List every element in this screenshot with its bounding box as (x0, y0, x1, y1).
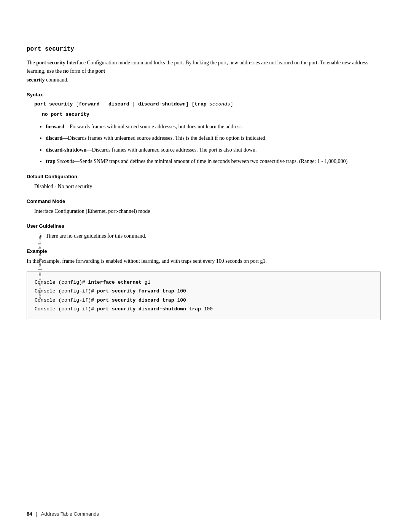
desc-suffix: command. (45, 77, 68, 83)
side-watermark: www.dell.com | support.dell.com (38, 233, 42, 299)
param-trap: trap Seconds—Sends SNMP traps and define… (46, 157, 381, 166)
param-discard-text: —Discards frames with unlearned source a… (62, 135, 266, 141)
param-discard: discard—Discards frames with unlearned s… (46, 134, 381, 142)
code-line-1-suffix: g1 (142, 280, 150, 285)
content-area: port security The port security Interfac… (27, 0, 381, 362)
code-line-2: Console (config-if)# port security forwa… (35, 287, 373, 296)
example-heading: Example (27, 248, 381, 254)
command-mode-text: Interface Configuration (Ethernet, port-… (34, 207, 381, 216)
user-guidelines-item: There are no user guidelines for this co… (46, 232, 381, 240)
syntax-pipe1: | (100, 101, 108, 107)
example-description: In this example, frame forwarding is ena… (27, 257, 381, 265)
command-title: port security (27, 46, 381, 53)
desc-bold3: port (95, 68, 105, 74)
footer-separator: | (36, 511, 37, 517)
syntax-pipe2: | (129, 101, 138, 107)
no-security-line: no port security (42, 112, 381, 117)
param-discard-bold: discard (46, 135, 62, 141)
param-discard-shutdown: discard-shutdown—Discards frames with un… (46, 146, 381, 154)
code-block: Console (config)# interface ethernet g1 … (27, 272, 381, 320)
default-config-text: Disabled - No port security (34, 182, 381, 191)
syntax-bracket3: ] (230, 101, 233, 107)
param-discard-shutdown-bold: discard-shutdown (46, 147, 86, 153)
parameter-list: forward—Forwards frames with unlearned s… (46, 123, 381, 166)
syntax-italic1: seconds (207, 101, 230, 107)
param-forward-text: —Forwards frames with unlearned source a… (64, 124, 243, 129)
syntax-bold5: trap (194, 101, 206, 107)
syntax-bracket1: [ (73, 101, 79, 107)
syntax-bold3: discard (108, 101, 129, 107)
footer: 84 | Address Table Commands (27, 511, 381, 517)
command-mode-heading: Command Mode (27, 198, 381, 204)
desc-bold2: no (63, 68, 69, 74)
code-line-4: Console (config-if)# port security disca… (35, 305, 373, 313)
param-discard-shutdown-text: —Discards frames with unlearned source a… (86, 147, 256, 153)
param-forward-bold: forward (46, 124, 64, 129)
code-line-4-prefix: Console (config-if)# (35, 306, 97, 312)
param-trap-bold: trap (46, 158, 56, 164)
code-line-4-bold: port security discard-shutdown trap (97, 306, 201, 312)
code-line-3: Console (config-if)# port security disca… (35, 296, 373, 305)
user-guidelines-heading: User Guidelines (27, 223, 381, 229)
code-line-3-suffix: 100 (174, 297, 186, 303)
code-line-2-prefix: Console (config-if)# (35, 288, 97, 294)
default-config-heading: Default Configuration (27, 174, 381, 179)
code-line-1-prefix: Console (config)# (35, 280, 88, 285)
footer-page-number: 84 (27, 511, 32, 517)
syntax-bold2: forward (79, 101, 100, 107)
param-trap-italic: Seconds (56, 158, 74, 164)
user-guidelines-list: There are no user guidelines for this co… (46, 232, 381, 240)
syntax-bold4: discard-shutdown (138, 101, 186, 107)
desc-bold3b: security (27, 77, 45, 83)
page-container: www.dell.com | support.dell.com port sec… (0, 0, 411, 532)
param-forward: forward—Forwards frames with unlearned s… (46, 123, 381, 131)
desc-bold1: port security (36, 60, 65, 66)
desc-prefix: The (27, 60, 36, 66)
command-description: The port security Interface Configuratio… (27, 59, 381, 84)
code-line-2-suffix: 100 (174, 288, 186, 294)
syntax-bracket2: ] [ (186, 101, 194, 107)
code-line-3-bold: port security discard trap (97, 297, 174, 303)
code-line-1-bold: interface ethernet (88, 280, 141, 285)
desc-middle2: form of the (68, 68, 95, 74)
param-trap-text: —Sends SNMP traps and defines the minima… (74, 158, 347, 164)
syntax-bold1: port security (34, 101, 73, 107)
footer-text: Address Table Commands (41, 511, 99, 517)
syntax-heading: Syntax (27, 92, 381, 97)
code-line-2-bold: port security forward trap (97, 288, 174, 294)
code-line-3-prefix: Console (config-if)# (35, 297, 97, 303)
syntax-line1: port security [forward | discard | disca… (34, 101, 381, 109)
code-line-4-suffix: 100 (201, 306, 213, 312)
code-line-1: Console (config)# interface ethernet g1 (35, 278, 373, 287)
